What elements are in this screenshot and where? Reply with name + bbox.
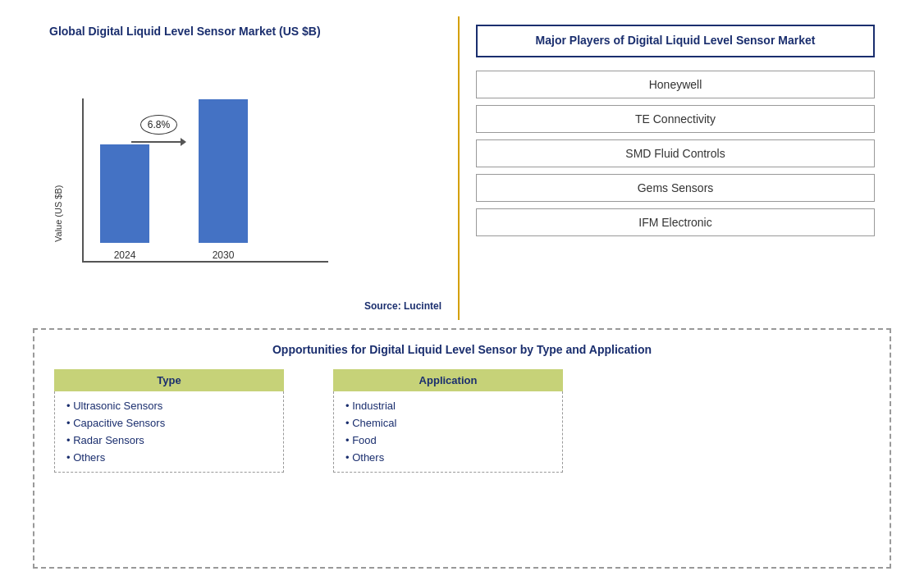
application-column-items: • Industrial • Chemical • Food • Others <box>333 391 563 473</box>
bottom-section: Opportunities for Digital Liquid Level S… <box>33 328 891 569</box>
application-item-4: • Others <box>345 451 551 464</box>
type-item-2: • Capacitive Sensors <box>66 417 272 429</box>
application-column: Application • Industrial • Chemical • Fo… <box>333 369 563 473</box>
player-item-te: TE Connectivity <box>476 105 875 133</box>
chart-title: Global Digital Liquid Level Sensor Marke… <box>49 25 441 38</box>
bar-label-2024: 2024 <box>114 249 136 261</box>
chart-area: Value (US $B) 6.8% 2024 <box>82 46 441 271</box>
bars-container: 2024 2030 <box>82 98 328 263</box>
annotation-bubble: 6.8% <box>140 115 177 135</box>
type-item-4: • Others <box>66 451 272 464</box>
application-item-1: • Industrial <box>345 400 551 412</box>
type-item-3: • Radar Sensors <box>66 434 272 446</box>
bar-2030 <box>199 99 248 243</box>
type-column: Type • Ultrasonic Sensors • Capacitive S… <box>54 369 284 473</box>
main-container: Global Digital Liquid Level Sensor Marke… <box>0 0 924 585</box>
players-title: Major Players of Digital Liquid Level Se… <box>476 25 875 57</box>
application-column-header: Application <box>333 369 563 391</box>
bottom-content: Type • Ultrasonic Sensors • Capacitive S… <box>54 369 870 473</box>
bar-label-2030: 2030 <box>213 249 235 261</box>
top-section: Global Digital Liquid Level Sensor Marke… <box>33 16 891 320</box>
player-item-smd: SMD Fluid Controls <box>476 139 875 167</box>
player-item-honeywell: Honeywell <box>476 71 875 98</box>
source-label: Source: Lucintel <box>49 300 441 312</box>
bar-group-2024: 2024 <box>100 144 149 261</box>
bar-2024 <box>100 144 149 243</box>
bottom-title: Opportunities for Digital Liquid Level S… <box>54 343 870 356</box>
type-column-header: Type <box>54 369 284 391</box>
players-section: Major Players of Digital Liquid Level Se… <box>460 16 891 320</box>
chart-section: Global Digital Liquid Level Sensor Marke… <box>33 16 460 320</box>
type-item-1: • Ultrasonic Sensors <box>66 400 272 412</box>
bar-group-2030: 2030 <box>199 99 248 261</box>
y-axis-label: Value (US $B) <box>53 164 63 263</box>
type-column-items: • Ultrasonic Sensors • Capacitive Sensor… <box>54 391 284 473</box>
application-item-2: • Chemical <box>345 417 551 429</box>
player-item-gems: Gems Sensors <box>476 174 875 202</box>
arrow-annotation: 6.8% <box>131 115 186 146</box>
application-item-3: • Food <box>345 434 551 446</box>
player-item-ifm: IFM Electronic <box>476 208 875 236</box>
